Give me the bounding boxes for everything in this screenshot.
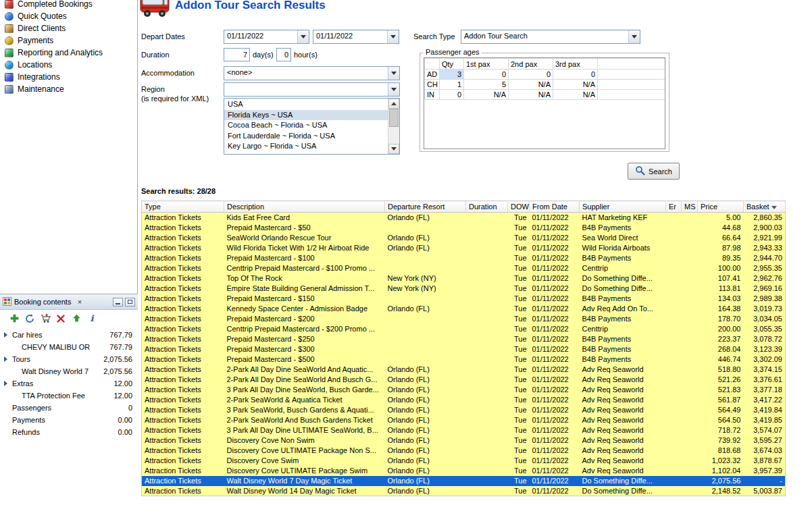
- table-row[interactable]: Attraction Tickets Centtrip Prepaid Mast…: [142, 324, 786, 334]
- region-combo[interactable]: [224, 82, 400, 97]
- basket-icon[interactable]: [40, 313, 51, 324]
- search-type-combo[interactable]: Addon Tour Search: [461, 30, 640, 44]
- booking-tree-row[interactable]: Passengers 0: [0, 402, 138, 414]
- table-row[interactable]: Attraction Tickets 2-Park SeaWorld And B…: [142, 415, 786, 425]
- booking-tree-row[interactable]: Car hires 767.79: [0, 329, 138, 341]
- collapse-button[interactable]: [113, 298, 123, 307]
- booking-tree-row[interactable]: CHEVY MALIBU OR 767.79: [0, 341, 138, 353]
- table-row[interactable]: Attraction Tickets 3 Park All Day Dine U…: [142, 425, 786, 435]
- chevron-down-icon[interactable]: [387, 30, 399, 43]
- region-option[interactable]: Florida Keys ~ USA: [224, 110, 388, 121]
- region-option[interactable]: Fort Lauderdale ~ Florida ~ USA: [224, 131, 388, 142]
- col-price[interactable]: Price: [698, 201, 744, 213]
- table-row[interactable]: Attraction Tickets 2-Park All Day Dine S…: [142, 365, 786, 375]
- scroll-down-icon[interactable]: [388, 144, 399, 154]
- table-row[interactable]: Attraction Tickets Prepaid Mastercard - …: [142, 334, 786, 344]
- col-supplier[interactable]: Supplier: [580, 201, 666, 213]
- table-row[interactable]: Attraction Tickets Prepaid Mastercard - …: [142, 223, 786, 233]
- pax-3rd-cell[interactable]: N/A: [553, 80, 598, 90]
- scroll-thumb[interactable]: [389, 109, 399, 127]
- refresh-icon[interactable]: [24, 313, 35, 324]
- booking-tree-row[interactable]: Payments 0.00: [0, 414, 138, 426]
- pax-2nd-cell[interactable]: N/A: [509, 90, 553, 100]
- duration-days-input[interactable]: [224, 48, 250, 61]
- booking-tree-row[interactable]: Refunds 0.00: [0, 426, 138, 438]
- pax-1st-cell[interactable]: 0: [464, 70, 509, 80]
- table-row[interactable]: Attraction Tickets Kennedy Space Center …: [142, 304, 786, 314]
- chevron-down-icon[interactable]: [628, 30, 640, 43]
- table-row[interactable]: Attraction Tickets Prepaid Mastercard - …: [142, 253, 786, 263]
- table-row[interactable]: Attraction Tickets Prepaid Mastercard - …: [142, 344, 786, 354]
- scroll-up-icon[interactable]: [388, 99, 399, 109]
- col-from-date[interactable]: From Date: [530, 201, 580, 213]
- upload-icon[interactable]: [71, 313, 82, 324]
- search-button[interactable]: Search: [628, 163, 680, 180]
- table-row[interactable]: Attraction Tickets SeaWorld Orlando Resc…: [142, 233, 786, 243]
- booking-tree-row[interactable]: Walt Disney World 7 2,075.56: [0, 365, 138, 377]
- table-row[interactable]: Attraction Tickets Prepaid Mastercard - …: [142, 294, 786, 304]
- passenger-age-row[interactable]: CH 1 5 N/A N/A: [425, 80, 665, 90]
- table-row[interactable]: Attraction Tickets Prepaid Mastercard - …: [142, 314, 786, 324]
- pax-1st-cell[interactable]: N/A: [464, 90, 509, 100]
- passenger-age-row[interactable]: AD 3 0 0 0: [425, 70, 665, 80]
- sidebar-item[interactable]: Direct Clients: [0, 22, 137, 34]
- table-row[interactable]: Attraction Tickets Wild Florida Ticket W…: [142, 243, 786, 253]
- pax-3rd-cell[interactable]: 0: [553, 70, 598, 80]
- delete-icon[interactable]: [55, 313, 66, 324]
- pax-qty-cell[interactable]: 1: [440, 80, 464, 90]
- accommodation-combo[interactable]: <none>: [224, 66, 400, 80]
- table-row[interactable]: Attraction Tickets Discovery Cove Swim O…: [142, 456, 786, 466]
- table-row[interactable]: Attraction Tickets Kids Eat Free Card Or…: [142, 213, 786, 223]
- col-er[interactable]: Er: [666, 201, 682, 213]
- table-row[interactable]: Attraction Tickets Walt Disney World 7 D…: [142, 476, 786, 486]
- sidebar-item[interactable]: Quick Quotes: [0, 10, 137, 22]
- depart-date-from-combo[interactable]: 01/11/2022: [224, 30, 309, 44]
- col-basket[interactable]: Basket: [744, 201, 786, 213]
- region-option[interactable]: Key Largo ~ Florida ~ USA: [224, 141, 388, 152]
- float-button[interactable]: [125, 298, 135, 307]
- passenger-age-row[interactable]: IN 0 N/A N/A N/A: [425, 90, 665, 100]
- pax-qty-cell[interactable]: 3: [440, 70, 464, 80]
- table-row[interactable]: Attraction Tickets Discovery Cove Non Sw…: [142, 435, 786, 446]
- chevron-down-icon[interactable]: [388, 83, 399, 96]
- col-ms[interactable]: MS: [682, 201, 698, 213]
- info-icon[interactable]: i: [86, 313, 97, 324]
- col-type[interactable]: Type: [142, 201, 224, 213]
- region-option[interactable]: USA: [224, 99, 388, 110]
- pax-3rd-cell[interactable]: N/A: [553, 90, 598, 100]
- table-row[interactable]: Attraction Tickets Discovery Cove ULTIMA…: [142, 446, 786, 456]
- chevron-down-icon[interactable]: [388, 67, 399, 80]
- pax-qty-cell[interactable]: 0: [440, 90, 464, 100]
- depart-date-to-combo[interactable]: 01/11/2022: [313, 30, 399, 44]
- region-scrollbar[interactable]: [388, 99, 399, 154]
- table-row[interactable]: Attraction Tickets 3 Park SeaWorld, Busc…: [142, 405, 786, 415]
- sidebar-item[interactable]: Maintenance: [0, 83, 137, 95]
- col-departure-resort[interactable]: Departure Resort: [385, 201, 466, 213]
- booking-tree-row[interactable]: Extras 12.00: [0, 377, 138, 390]
- table-row[interactable]: Attraction Tickets Centtrip Prepaid Mast…: [142, 263, 786, 273]
- sidebar-item[interactable]: Payments: [0, 34, 137, 47]
- sidebar-item[interactable]: Completed Bookings: [0, 0, 137, 10]
- sidebar-item[interactable]: Integrations: [0, 71, 137, 83]
- table-row[interactable]: Attraction Tickets 2-Park All Day Dine S…: [142, 375, 786, 385]
- booking-tree-row[interactable]: Tours 2,075.56: [0, 353, 138, 365]
- col-duration[interactable]: Duration: [466, 201, 508, 213]
- table-row[interactable]: Attraction Tickets Walt Disney World 14 …: [142, 486, 786, 496]
- add-icon[interactable]: [9, 313, 20, 324]
- region-option[interactable]: Miami ~ Florida ~ USA: [224, 152, 388, 155]
- col-dow[interactable]: DOW: [508, 201, 530, 213]
- pax-1st-cell[interactable]: 5: [464, 80, 509, 90]
- table-row[interactable]: Attraction Tickets 2-Park SeaWorld & Aqu…: [142, 395, 786, 405]
- close-icon[interactable]: ×: [75, 298, 84, 306]
- duration-hours-input[interactable]: [276, 48, 291, 61]
- booking-tree-row[interactable]: TTA Protection Fee 12.00: [0, 390, 138, 402]
- sidebar-item[interactable]: Locations: [0, 59, 137, 71]
- region-option[interactable]: Cocoa Beach ~ Florida ~ USA: [224, 120, 388, 131]
- sidebar-item[interactable]: Reporting and Analytics: [0, 47, 137, 59]
- table-row[interactable]: Attraction Tickets Prepaid Mastercard - …: [142, 354, 786, 365]
- table-row[interactable]: Attraction Tickets 3 Park All Day Dine S…: [142, 385, 786, 395]
- table-row[interactable]: Attraction Tickets Discovery Cove ULTIMA…: [142, 466, 786, 476]
- chevron-down-icon[interactable]: [297, 30, 309, 43]
- col-description[interactable]: Description: [224, 201, 385, 213]
- table-row[interactable]: Attraction Tickets Top Of The Rock New Y…: [142, 273, 786, 284]
